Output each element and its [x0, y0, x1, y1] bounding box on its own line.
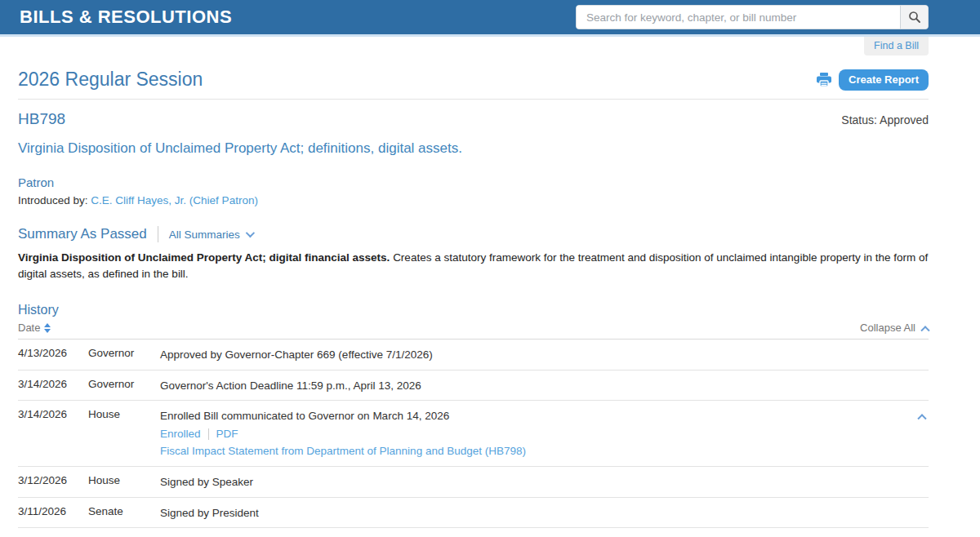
date-sort-control[interactable]: Date	[18, 322, 51, 334]
history-date: 3/14/2026	[18, 408, 88, 459]
find-bill-row: Find a Bill	[0, 37, 980, 55]
doc-link[interactable]: Enrolled	[160, 426, 201, 442]
patron-section: Patron Introduced by: C.E. Cliff Hayes, …	[18, 175, 929, 206]
status-badge: Status: Approved	[841, 113, 929, 126]
doc-link[interactable]: PDF	[216, 426, 238, 442]
summary-text: Virginia Disposition of Unclaimed Proper…	[18, 250, 929, 282]
history-chamber: Governor	[88, 347, 160, 363]
create-report-button[interactable]: Create Report	[839, 69, 929, 91]
summary-section: Summary As Passed All Summaries Virginia…	[18, 226, 929, 282]
history-links: EnrolledPDF	[160, 426, 899, 442]
history-chamber: House	[88, 474, 160, 490]
main-content: 2026 Regular Session Create Report HB798…	[18, 69, 929, 537]
chief-patron-link[interactable]: C.E. Cliff Hayes, Jr. (Chief Patron)	[91, 194, 258, 206]
page-title: BILLS & RESOLUTIONS	[20, 7, 232, 28]
table-row: 3/14/2026 Governor Governor's Action Dea…	[18, 371, 929, 402]
session-title: 2026 Regular Session	[18, 69, 203, 91]
sort-icon	[44, 323, 51, 333]
history-chamber: Governor	[88, 378, 160, 394]
bill-header: HB798 Status: Approved	[18, 110, 929, 128]
all-summaries-label: All Summaries	[169, 229, 240, 241]
divider	[158, 226, 158, 242]
collapse-all-label: Collapse All	[860, 322, 915, 334]
history-description: Enrolled Bill communicated to Governor o…	[160, 408, 899, 424]
summary-heading: Summary As Passed	[18, 226, 147, 242]
history-section: History Date Collapse All 4/13/2026 Gove…	[18, 303, 929, 537]
chevron-down-icon	[246, 229, 255, 237]
chevron-up-icon	[920, 326, 929, 335]
history-chamber: Senate	[88, 505, 160, 521]
history-description: Signed by President	[160, 505, 899, 521]
session-header: 2026 Regular Session Create Report	[18, 69, 929, 100]
introduced-by-label: Introduced by:	[18, 194, 88, 206]
history-description: Signed by Speaker	[160, 474, 899, 490]
patron-heading: Patron	[18, 175, 929, 189]
bill-title: Virginia Disposition of Unclaimed Proper…	[18, 140, 929, 157]
collapse-row-icon[interactable]	[917, 414, 926, 423]
history-date: 3/11/2026	[18, 505, 88, 521]
table-row: 3/12/2026 House Signed by Speaker	[18, 467, 929, 498]
history-date: 3/14/2026	[18, 378, 88, 394]
history-rows: 4/13/2026 Governor Approved by Governor-…	[18, 340, 929, 537]
history-date: 3/12/2026	[18, 474, 88, 490]
bill-number: HB798	[18, 110, 65, 128]
search-icon	[908, 11, 921, 24]
search-input[interactable]	[577, 6, 900, 29]
history-controls: Date Collapse All	[18, 322, 929, 340]
history-date: 4/13/2026	[18, 347, 88, 363]
print-icon[interactable]	[816, 73, 832, 87]
date-sort-label: Date	[18, 322, 40, 334]
fiscal-impact-link[interactable]: Fiscal Impact Statement from Department …	[160, 443, 899, 459]
history-description: Governor's Action Deadline 11:59 p.m., A…	[160, 378, 899, 394]
collapse-all-button[interactable]: Collapse All	[860, 322, 929, 334]
session-actions: Create Report	[816, 69, 929, 91]
find-a-bill-button[interactable]: Find a Bill	[864, 37, 929, 55]
table-row: 3/11/2026 Senate Signed by President	[18, 498, 929, 529]
history-heading: History	[18, 303, 929, 317]
bill-search	[576, 5, 929, 29]
app-header: BILLS & RESOLUTIONS	[0, 0, 980, 37]
divider	[208, 428, 209, 440]
all-summaries-dropdown[interactable]: All Summaries	[169, 229, 252, 241]
table-row: 4/13/2026 Governor Approved by Governor-…	[18, 340, 929, 371]
table-row: 3/11/2026 House Fiscal Impact Statement …	[18, 528, 929, 537]
history-description: Approved by Governor-Chapter 669 (effect…	[160, 347, 899, 363]
history-chamber: House	[88, 408, 160, 459]
table-row: 3/14/2026 House Enrolled Bill communicat…	[18, 401, 929, 467]
search-button[interactable]	[900, 6, 928, 29]
summary-lead: Virginia Disposition of Unclaimed Proper…	[18, 251, 390, 264]
